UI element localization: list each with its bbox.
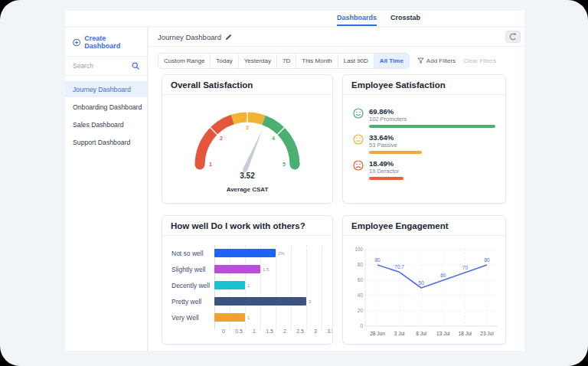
sidebar: Create Dashboard Search Journey Dashboar… [65,28,148,351]
card-employee-satisfaction: Employee Satisfaction 69.86% 10 [342,74,506,204]
x-tick-label: 0.5 [235,328,243,334]
detractor-percent: 18.49% [369,159,495,168]
satisfaction-row-passive: 33.64% 53 Passive [353,133,495,154]
x-tick-label: 13 Jul [436,331,450,336]
card-title: Employee Satisfaction [343,75,505,95]
chip-all-time[interactable]: All Time [374,54,409,68]
x-tick-label: 2 [283,328,286,334]
sidebar-item-onboarding-dashboard[interactable]: Onboarding Dashboard [65,99,147,115]
x-tick-label: 1 [253,328,256,334]
add-filters-label: Add Filters [426,57,456,64]
create-dashboard-button[interactable]: Create Dashboard [65,28,147,57]
x-tick-label: 3.5 [327,328,333,334]
passive-percent: 33.64% [369,133,495,142]
y-tick-label: 60 [358,277,364,283]
bar-row-not-so-well: Not so well 2% [172,245,325,261]
bar-row-decently-well: Decently well 1 [172,277,325,293]
gauge-tick-label: 2 [220,136,223,141]
chip-7d[interactable]: 7D [277,54,296,68]
main-panel: Journey Dashboard Custom Range Today Yes… [149,28,524,351]
add-filters-button[interactable]: Add Filters [417,57,456,64]
satisfaction-row-detractor: 18.49% 19 Deractor [353,159,495,180]
csat-gauge-chart: 123453.52 [171,97,324,183]
dashboard-list: Journey Dashboard Onboarding Dashboard S… [65,81,147,150]
gauge-segment [263,120,295,165]
dashboard-title-bar: Journey Dashboard [149,28,524,47]
chip-yesterday[interactable]: Yesterday [239,54,277,68]
happy-face-icon [353,107,369,123]
x-tick-label: 28 Jun [370,331,385,336]
page-title: Journey Dashboard [158,33,221,41]
plus-circle-icon [73,38,80,47]
card-employee-engagement: Employee Engagement 0204060801008070.750… [342,215,506,345]
promoters-bar [369,125,495,128]
date-range-chips: Custom Range Today Yesterday 7D This Mon… [158,53,410,69]
point-label: 70 [462,265,469,270]
gauge-tick-label: 1 [209,162,212,167]
gauge-endcap [195,160,205,170]
tab-dashboards[interactable]: Dashboards [337,11,377,26]
search-placeholder: Search [73,62,93,70]
bar-value: 1 [247,315,250,320]
y-tick-label: 80 [358,262,364,267]
point-label: 80 [374,257,381,263]
neutral-face-icon [353,133,369,149]
chip-this-month[interactable]: This Month [296,54,338,68]
x-tick-label: 8 Jul [416,331,426,336]
clear-filters-button[interactable]: Clear Filters [463,57,496,64]
bar-label: Not so well [172,250,214,257]
search-icon [132,62,139,70]
x-tick-label: 2.5 [296,328,304,334]
bar-value: 2% [278,251,285,256]
bar-label: Decently well [172,282,214,289]
engagement-line-chart: 0204060801008070.75060708028 Jun3 Jul8 J… [345,237,506,345]
x-tick-label: 18 Jul [459,331,472,336]
search-input[interactable]: Search [65,57,147,76]
x-tick-label: 1.5 [266,328,273,334]
y-tick-label: 20 [358,308,364,313]
sidebar-item-sales-dashboard[interactable]: Sales Dashboard [65,116,147,132]
passive-count: 53 Passive [369,142,495,149]
gauge-caption: Average CSAT [162,186,332,193]
refresh-button[interactable] [505,31,521,43]
create-dashboard-label: Create Dashboard [84,34,139,50]
gauge-value: 3.52 [240,172,255,180]
gauge-needle [241,129,265,175]
filter-bar: Custom Range Today Yesterday 7D This Mon… [158,52,515,69]
bar-label: Very Well [172,314,214,322]
gauge-tick-label: 5 [283,162,286,167]
x-tick-label: 3 Jul [394,331,405,336]
app-window: Dashboards Crosstab Create Dashboard Sea… [0,0,588,366]
sidebar-item-journey-dashboard[interactable]: Journey Dashboard [65,81,147,97]
bar-row-pretty-well: Pretty well 3 [172,293,325,309]
gauge-tick-label: 3 [246,125,249,130]
gauge-segment [200,119,233,165]
x-tick-label: 23 Jul [480,331,494,336]
refresh-icon [508,32,518,41]
bar-row-slightly-well: Slightly well 1.5 [172,261,325,277]
hbar-chart: Not so well 2% Slightly well 1.5 Decentl… [162,236,332,338]
edit-title-button[interactable] [225,34,232,41]
y-tick-label: 0 [360,323,363,328]
bar-row-very-well: Very Well 1 [172,309,325,325]
detractor-count: 19 Deractor [369,168,495,175]
passive-bar [369,151,495,154]
point-label: 50 [419,280,425,286]
promoters-count: 102 Promoters [369,116,495,123]
gauge-endcap [290,160,300,170]
card-work-with-others: How well Do I work with others? Not so w… [162,215,333,345]
y-tick-label: 40 [358,292,364,298]
y-tick-label: 100 [354,247,363,252]
bar-value: 3 [309,299,311,304]
bar-value: 1.5 [263,267,269,272]
detractor-bar [369,177,495,180]
tab-crosstab[interactable]: Crosstab [390,11,420,26]
chip-today[interactable]: Today [211,54,238,68]
sidebar-item-support-dashboard[interactable]: Support Dashboard [65,134,147,150]
gauge-tick-label: 4 [272,136,275,141]
line-chart-body: 0204060801008070.75060708028 Jun3 Jul8 J… [343,236,505,345]
point-label: 70.7 [394,264,404,270]
chip-custom-range[interactable]: Custom Range [158,54,211,68]
funnel-icon [417,57,424,64]
chip-last-90d[interactable]: Last 90D [338,54,374,68]
